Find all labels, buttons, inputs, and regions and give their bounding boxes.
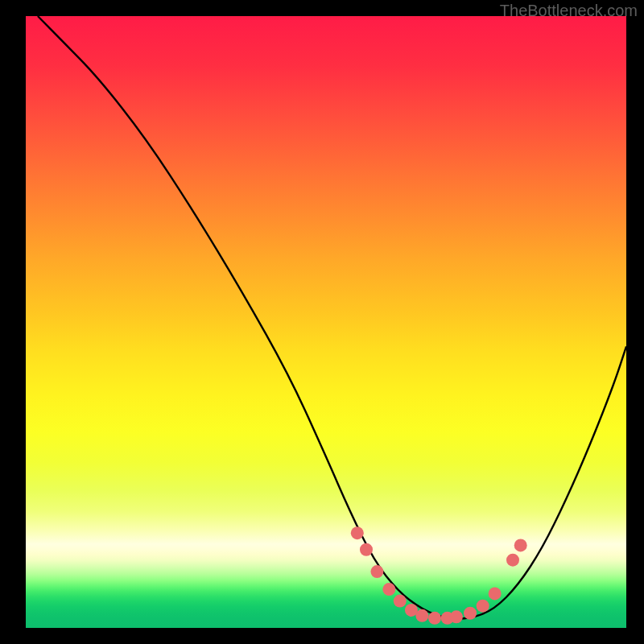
highlight-dot	[394, 595, 407, 608]
highlight-dot	[360, 543, 373, 556]
curve-layer	[26, 16, 626, 628]
highlight-dot	[370, 565, 383, 578]
highlight-dot	[514, 539, 527, 551]
highlight-dot	[477, 600, 489, 613]
bottleneck-curve	[38, 16, 626, 619]
highlight-dot	[351, 526, 364, 539]
highlight-dot	[464, 607, 477, 620]
highlight-dots	[351, 526, 527, 625]
highlight-dot	[415, 609, 428, 622]
highlight-dot	[450, 610, 463, 623]
chart-frame: TheBottleneck.com	[0, 0, 644, 644]
highlight-dot	[382, 583, 395, 596]
highlight-dot	[489, 587, 502, 600]
highlight-dot	[506, 554, 519, 567]
highlight-dot	[428, 612, 441, 625]
